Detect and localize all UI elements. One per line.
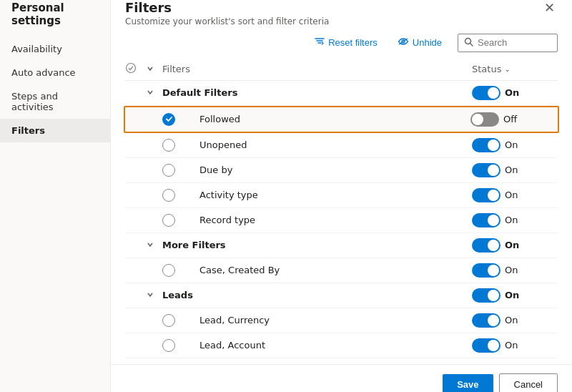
empty-circle-activity-type — [162, 189, 175, 202]
table-row-activity-type[interactable]: Activity type On — [125, 183, 558, 208]
table-row-unopened[interactable]: Unopened On — [125, 133, 558, 158]
unhide-label: Unhide — [413, 37, 442, 48]
toggle-thumb-more-filters-header — [488, 240, 499, 251]
toggle-activity-type[interactable]: On — [472, 188, 522, 202]
check-col-due-by — [162, 164, 184, 177]
status-col-case-created-by[interactable]: On — [472, 263, 558, 278]
label-col-record-type: Record type — [199, 215, 472, 225]
toggle-lead-account[interactable]: On — [472, 338, 522, 353]
toggle-lead-currency[interactable]: On — [472, 313, 522, 328]
toggle-more-filters-header[interactable]: On — [472, 238, 522, 253]
toggle-label-activity-type: On — [505, 190, 522, 200]
svg-line-3 — [470, 43, 473, 46]
table-row-case-created-by[interactable]: Case, Created By On — [125, 258, 558, 283]
sidebar-item-auto-advance[interactable]: Auto advance — [0, 61, 110, 84]
label-col-unopened: Unopened — [199, 139, 472, 150]
toggle-track-followed — [470, 112, 499, 127]
status-col-more-filters-header[interactable]: On — [472, 238, 558, 253]
toggle-track-default-filters-header — [472, 86, 500, 100]
toggle-unopened[interactable]: On — [472, 138, 522, 152]
toggle-leads-header[interactable]: On — [472, 288, 522, 303]
toggle-label-case-created-by: On — [505, 265, 522, 275]
status-col-due-by[interactable]: On — [472, 163, 558, 177]
toggle-thumb-unopened — [488, 139, 499, 151]
table-row-lead-account[interactable]: Lead, Account On — [125, 333, 558, 358]
search-icon — [464, 37, 473, 49]
label-col-case-created-by: Case, Created By — [199, 265, 472, 275]
label-col-due-by: Due by — [199, 165, 472, 175]
toggle-case-created-by[interactable]: On — [472, 263, 522, 278]
header-check-col — [125, 62, 147, 76]
unhide-button[interactable]: Unhide — [393, 34, 446, 51]
status-col-lead-currency[interactable]: On — [472, 313, 558, 328]
label-col-leads-header: Leads — [162, 290, 472, 300]
status-col-lead-account[interactable]: On — [472, 338, 558, 353]
table-row-due-by[interactable]: Due by On — [125, 158, 558, 183]
toggle-label-lead-currency: On — [505, 315, 522, 325]
table-body: Default Filters On Followed Off Unopened… — [125, 81, 558, 358]
table-row-default-filters-header[interactable]: Default Filters On — [125, 81, 558, 106]
sidebar-item-availability[interactable]: Availability — [0, 37, 110, 61]
panel-title: Filters — [125, 0, 329, 15]
label-col-lead-currency: Lead, Currency — [199, 315, 472, 325]
empty-circle-unopened — [162, 139, 175, 152]
sidebar-item-filters[interactable]: Filters — [0, 119, 110, 142]
table-row-lead-currency[interactable]: Lead, Currency On — [125, 308, 558, 333]
header-expand-col — [147, 64, 162, 74]
reset-filters-icon — [315, 36, 325, 49]
status-col-record-type[interactable]: On — [472, 213, 558, 227]
table-row-followed[interactable]: Followed Off — [124, 106, 559, 133]
search-box[interactable] — [458, 34, 558, 52]
table-row-more-filters-header[interactable]: More Filters On — [125, 233, 558, 258]
toggle-track-activity-type — [472, 188, 500, 202]
toggle-label-record-type: On — [505, 215, 522, 225]
sidebar-title: Personal settings — [0, 0, 110, 37]
table-row-record-type[interactable]: Record type On — [125, 208, 558, 233]
status-col-activity-type[interactable]: On — [472, 188, 558, 202]
main-header-left: Filters Customize your worklist's sort a… — [125, 0, 329, 26]
cancel-button[interactable]: Cancel — [499, 373, 558, 393]
search-input[interactable] — [478, 37, 549, 48]
status-col-unopened[interactable]: On — [472, 138, 558, 152]
table-row-leads-header[interactable]: Leads On — [125, 283, 558, 308]
toggle-thumb-default-filters-header — [488, 87, 499, 99]
toggle-followed[interactable]: Off — [470, 112, 521, 127]
toggle-label-lead-account: On — [505, 340, 522, 351]
toggle-track-due-by — [472, 163, 500, 177]
toggle-due-by[interactable]: On — [472, 163, 522, 177]
table-header-row: Filters Status ⌄ — [125, 58, 558, 81]
toggle-label-leads-header: On — [505, 290, 522, 300]
reset-filters-label: Reset filters — [328, 37, 378, 48]
expand-col-leads-header[interactable] — [147, 290, 162, 300]
svg-point-4 — [127, 63, 136, 72]
expand-col-more-filters-header[interactable] — [147, 240, 162, 250]
reset-filters-button[interactable]: Reset filters — [310, 34, 382, 52]
check-col-case-created-by — [162, 264, 184, 277]
save-button[interactable]: Save — [443, 374, 493, 393]
toggle-label-due-by: On — [505, 165, 522, 175]
label-col-lead-account: Lead, Account — [199, 340, 472, 351]
filters-table: Filters Status ⌄ Default Filters On Foll… — [111, 58, 572, 358]
sidebar-item-steps-activities[interactable]: Steps and activities — [0, 84, 110, 119]
toggle-thumb-record-type — [488, 215, 499, 226]
modal-container: Personal settings AvailabilityAuto advan… — [0, 0, 572, 392]
close-button[interactable]: ✕ — [541, 0, 558, 16]
toggle-record-type[interactable]: On — [472, 213, 522, 227]
status-col-leads-header[interactable]: On — [472, 288, 558, 303]
main-content: Filters Customize your worklist's sort a… — [111, 0, 572, 392]
header-status-label: Status ⌄ — [472, 64, 558, 74]
main-header: Filters Customize your worklist's sort a… — [111, 0, 572, 26]
sidebar: Personal settings AvailabilityAuto advan… — [0, 0, 111, 392]
expand-col-default-filters-header[interactable] — [147, 87, 162, 98]
modal-footer: Save Cancel — [111, 364, 572, 393]
sidebar-nav: AvailabilityAuto advanceSteps and activi… — [0, 37, 110, 142]
toggle-thumb-leads-header — [488, 290, 499, 301]
status-col-default-filters-header[interactable]: On — [472, 86, 558, 100]
check-col-lead-currency — [162, 314, 184, 327]
toggle-track-case-created-by — [472, 263, 500, 278]
toggle-default-filters-header[interactable]: On — [472, 86, 522, 100]
check-circle-followed — [162, 113, 175, 126]
toggle-track-more-filters-header — [472, 238, 500, 253]
check-col-lead-account — [162, 339, 184, 352]
status-col-followed[interactable]: Off — [470, 112, 556, 127]
